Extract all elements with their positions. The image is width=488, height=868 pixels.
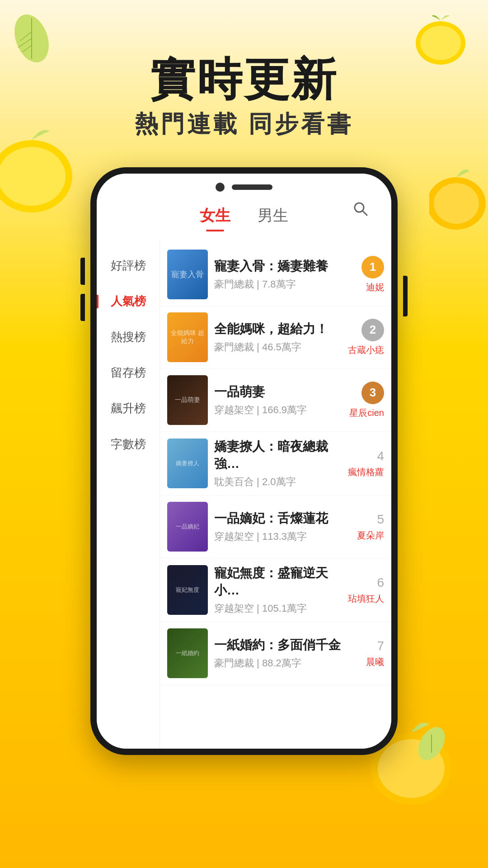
- list-item[interactable]: 一品嫡妃 一品嫡妃：舌燦蓮花 穿越架空 | 113.3萬字 5 夏朵岸: [160, 495, 391, 558]
- search-icon[interactable]: [352, 201, 369, 221]
- hero-title: 實時更新: [0, 54, 488, 104]
- list-item[interactable]: 全能媽咪 超給力 全能媽咪，超給力！ 豪門總裁 | 46.5萬字 2 古蔵小痣: [160, 306, 391, 369]
- book-cover-7: 一紙婚約: [167, 628, 208, 678]
- list-item[interactable]: 寵妻入骨 寵妻入骨：嬌妻難養 豪門總裁 | 7.8萬字 1 迪妮: [160, 243, 391, 306]
- list-item[interactable]: 一紙婚約 一紙婚約：多面俏千金 豪門總裁 | 88.2萬字 7 晨曦: [160, 622, 391, 685]
- list-item[interactable]: 一品萌妻 一品萌妻 穿越架空 | 166.9萬字 3 星辰cien: [160, 369, 391, 432]
- hero-subtitle: 熱門連載 同步看書: [0, 108, 488, 140]
- rank-number-6: 6: [377, 576, 384, 590]
- book-cover-3: 一品萌妻: [167, 375, 208, 425]
- sidebar-item-top-rated[interactable]: 好評榜: [97, 248, 160, 283]
- rank-right-5: 5 夏朵岸: [357, 512, 384, 542]
- sidebar-item-retention[interactable]: 留存榜: [97, 355, 160, 391]
- phone-frame: 女生 男生 好評榜: [90, 167, 398, 755]
- rank-number-4: 4: [377, 449, 384, 463]
- app-body: 好評榜 人氣榜 熱搜榜 留存榜 飆升榜 字數榜: [97, 239, 391, 749]
- book-info-4: 嬌妻撩人：暗夜總裁強… 耽美百合 | 2.0萬字: [214, 438, 342, 489]
- book-info-5: 一品嫡妃：舌燦蓮花 穿越架空 | 113.3萬字: [214, 510, 351, 543]
- phone-power-button: [403, 276, 408, 316]
- book-info-1: 寵妻入骨：嬌妻難養 豪門總裁 | 7.8萬字: [214, 258, 355, 291]
- phone-notch: [216, 183, 272, 192]
- book-cover-6: 寵妃無度: [167, 565, 208, 615]
- rank-badge-3: 3: [361, 382, 384, 404]
- book-cover-5: 一品嫡妃: [167, 502, 208, 552]
- tab-female[interactable]: 女生: [200, 205, 230, 230]
- sidebar-item-popular[interactable]: 人氣榜: [97, 283, 160, 319]
- rank-right-6: 6 玷填狂人: [348, 576, 384, 605]
- rank-right-1: 1 迪妮: [361, 256, 384, 293]
- rank-right-7: 7 晨曦: [366, 639, 384, 668]
- book-info-2: 全能媽咪，超給力！ 豪門總裁 | 46.5萬字: [214, 321, 342, 354]
- sidebar: 好評榜 人氣榜 熱搜榜 留存榜 飆升榜 字數榜: [97, 239, 160, 749]
- tab-male[interactable]: 男生: [258, 205, 288, 230]
- book-list: 寵妻入骨 寵妻入骨：嬌妻難養 豪門總裁 | 7.8萬字 1 迪妮: [160, 239, 391, 749]
- sidebar-item-rising[interactable]: 飆升榜: [97, 391, 160, 426]
- phone-mockup: 女生 男生 好評榜: [90, 167, 398, 755]
- rank-number-5: 5: [377, 512, 384, 527]
- rank-right-4: 4 瘋情格蘿: [348, 449, 384, 478]
- sidebar-item-word-count[interactable]: 字數榜: [97, 426, 160, 462]
- book-info-7: 一紙婚約：多面俏千金 豪門總裁 | 88.2萬字: [214, 637, 360, 670]
- book-info-3: 一品萌妻 穿越架空 | 166.9萬字: [214, 383, 343, 417]
- phone-vol-down-button: [80, 294, 85, 321]
- phone-speaker: [232, 184, 272, 190]
- rank-right-2: 2 古蔵小痣: [348, 319, 384, 356]
- list-item[interactable]: 寵妃無度 寵妃無度：盛寵逆天小… 穿越架空 | 105.1萬字 6 玷填狂人: [160, 558, 391, 622]
- rank-badge-1: 1: [361, 256, 384, 278]
- phone-camera: [216, 183, 225, 192]
- rank-badge-2: 2: [361, 319, 384, 341]
- app-content: 女生 男生 好評榜: [97, 174, 391, 749]
- svg-point-10: [434, 183, 479, 224]
- sidebar-item-hot-search[interactable]: 熱搜榜: [97, 319, 160, 355]
- hero-section: 實時更新 熱門連載 同步看書: [0, 54, 488, 140]
- book-cover-2: 全能媽咪 超給力: [167, 312, 208, 362]
- rank-right-3: 3 星辰cien: [349, 382, 384, 419]
- book-cover-1: 寵妻入骨: [167, 250, 208, 299]
- deco-lemon-right-mid: [429, 158, 488, 240]
- svg-line-16: [362, 211, 367, 215]
- book-info-6: 寵妃無度：盛寵逆天小… 穿越架空 | 105.1萬字: [214, 565, 342, 615]
- svg-point-8: [0, 147, 66, 206]
- list-item[interactable]: 嬌妻撩人 嬌妻撩人：暗夜總裁強… 耽美百合 | 2.0萬字 4 瘋情格蘿: [160, 432, 391, 495]
- phone-vol-up-button: [80, 258, 85, 285]
- search-svg-icon: [352, 201, 369, 217]
- book-cover-4: 嬌妻撩人: [167, 439, 208, 488]
- rank-number-7: 7: [377, 639, 384, 653]
